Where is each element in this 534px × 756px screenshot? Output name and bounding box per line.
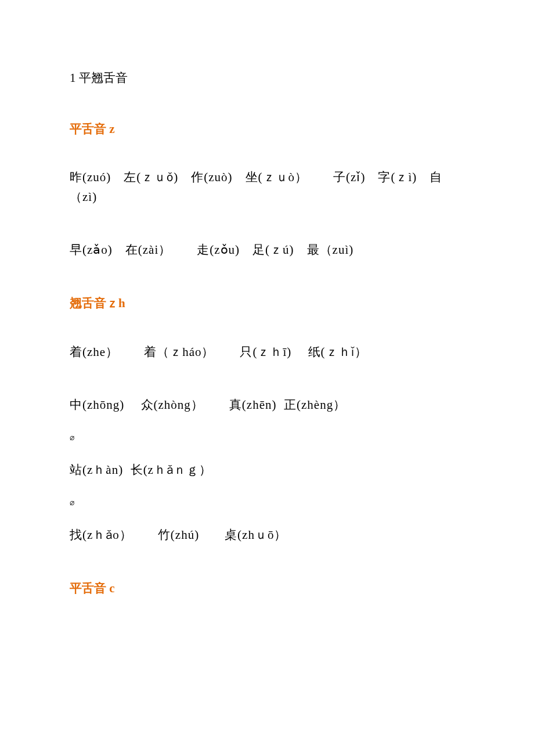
text-line: 中(zhōng) 众(zhòng） 真(zhēn) 正(zhèng）: [70, 395, 464, 415]
section-heading-zh: 翘舌音ｚh: [70, 294, 464, 314]
text-line: 早(zǎo) 在(zài） 走(zǒu) 足(ｚú) 最（zuì): [70, 240, 464, 260]
section-heading-c: 平舌音 c: [70, 579, 464, 599]
section-heading-z: 平舌音 z: [70, 120, 464, 139]
text-line: 昨(zuó) 左(ｚｕǒ) 作(zuò) 坐(ｚｕò） 子(zǐ) 字(ｚì) …: [70, 168, 464, 207]
text-line: 站(zｈàn) 长(zｈǎｎｇ）: [70, 460, 464, 480]
text-line: 着(zhe） 着（ｚháo） 只(ｚｈī) 纸(ｚｈǐ）: [70, 343, 464, 362]
document-page: 1 平翘舌音 平舌音 z 昨(zuó) 左(ｚｕǒ) 作(zuò) 坐(ｚｕò）…: [0, 0, 534, 756]
document-title: 1 平翘舌音: [70, 69, 464, 88]
ornament-icon: ⌀: [70, 496, 464, 509]
text-line: 找(zｈǎo） 竹(zhú) 桌(zhｕō）: [70, 525, 464, 545]
ornament-icon: ⌀: [70, 431, 464, 444]
